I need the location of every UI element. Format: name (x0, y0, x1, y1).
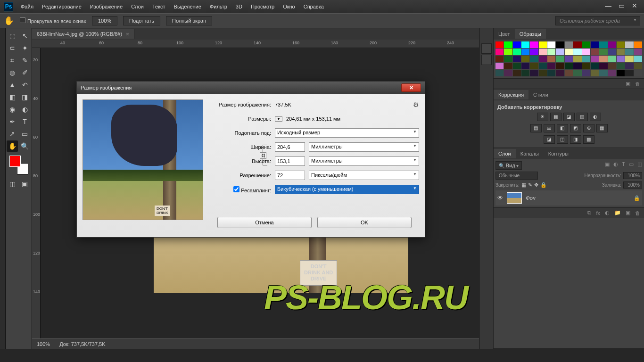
swatch[interactable] (547, 41, 555, 48)
dodge-tool[interactable]: ◐ (19, 104, 31, 115)
lock-brush-icon[interactable]: ✎ (528, 182, 532, 188)
arrow-tool[interactable]: ↖ (19, 30, 31, 41)
dialog-preview[interactable]: DON'TDRINK (83, 99, 203, 220)
swatch[interactable] (582, 63, 590, 69)
layer-name[interactable]: Фон (526, 195, 536, 201)
folder-icon[interactable]: 📁 (614, 210, 621, 216)
swatch[interactable] (530, 70, 538, 76)
fit-button[interactable]: Подогнать (123, 16, 160, 25)
gear-icon[interactable]: ⚙ (413, 101, 419, 108)
pen-tool[interactable]: ✒ (7, 116, 18, 127)
menu-3d[interactable]: 3D (232, 2, 246, 11)
swatch[interactable] (625, 70, 633, 76)
visibility-icon[interactable]: 👁 (497, 195, 503, 201)
swatch[interactable] (634, 49, 642, 55)
swatch[interactable] (521, 63, 529, 69)
swatch[interactable] (565, 70, 573, 76)
swatch[interactable] (625, 49, 633, 55)
color-swatch[interactable] (9, 156, 28, 174)
filter-img-icon[interactable]: ▣ (605, 161, 610, 170)
strip-icon[interactable] (481, 55, 492, 65)
swatch[interactable] (565, 56, 573, 62)
menu-layer[interactable]: Слои (127, 2, 148, 11)
swatch[interactable] (582, 49, 590, 55)
stamp-tool[interactable]: ▲ (7, 79, 18, 90)
swatch[interactable] (582, 41, 590, 48)
lock-all-icon[interactable]: 🔒 (540, 182, 547, 188)
width-input[interactable] (275, 142, 305, 152)
menu-edit[interactable]: Редактирование (38, 2, 85, 11)
hand-tool[interactable]: ✋ (7, 140, 18, 152)
swatch[interactable] (495, 70, 504, 76)
swatch[interactable] (495, 49, 504, 55)
menu-window[interactable]: Окно (279, 2, 299, 11)
swatch[interactable] (599, 49, 607, 55)
swatch[interactable] (504, 56, 512, 62)
link-icon[interactable]: ⧉ (587, 210, 591, 216)
eyedropper-tool[interactable]: ✎ (19, 55, 31, 66)
heal-tool[interactable]: ◍ (7, 67, 18, 78)
swatch[interactable] (608, 56, 616, 62)
swatch[interactable] (582, 70, 590, 76)
adj-icon[interactable]: ▦ (550, 113, 561, 121)
tab-channels[interactable]: Каналы (516, 149, 544, 158)
swatch[interactable] (573, 56, 581, 62)
height-input[interactable] (275, 156, 305, 166)
adj-icon[interactable]: ▤ (530, 124, 542, 132)
width-unit-dropdown[interactable]: Миллиметры (309, 142, 419, 152)
link-wh-icon[interactable]: ⛓ (260, 152, 266, 159)
blend-mode-dropdown[interactable]: Обычные (495, 172, 538, 180)
swatch[interactable] (539, 70, 547, 76)
swatch[interactable] (513, 63, 521, 69)
adj-icon[interactable]: ◫ (557, 135, 568, 144)
type-tool[interactable]: T (19, 116, 31, 127)
resolution-input[interactable] (275, 171, 305, 180)
swatch[interactable] (513, 49, 521, 55)
swatch[interactable] (599, 56, 607, 62)
screenmode-tool[interactable]: ▣ (19, 178, 31, 189)
swatch[interactable] (617, 63, 625, 69)
zoom-tool[interactable]: 🔍 (19, 140, 31, 152)
swatch[interactable] (495, 63, 504, 69)
swatch[interactable] (625, 41, 633, 48)
menu-file[interactable]: Файл (17, 2, 37, 11)
lock-pixels-icon[interactable]: ▦ (521, 182, 526, 188)
swatch[interactable] (617, 70, 625, 76)
swatch[interactable] (591, 49, 599, 55)
swatch[interactable] (634, 56, 642, 62)
swatch[interactable] (591, 56, 599, 62)
eraser-tool[interactable]: ◧ (7, 91, 18, 103)
swatch[interactable] (634, 63, 642, 69)
fit-dropdown[interactable]: Исходный размер (275, 128, 419, 138)
filter-type-icon[interactable]: T (622, 161, 625, 170)
opacity-value[interactable]: 100% (623, 172, 642, 179)
tab-layers[interactable]: Слои (494, 149, 516, 158)
swatch[interactable] (504, 70, 512, 76)
tab-swatches[interactable]: Образцы (515, 29, 546, 39)
swatch[interactable] (625, 63, 633, 69)
adj-icon[interactable]: ⊕ (583, 124, 594, 132)
swatch[interactable] (513, 56, 521, 62)
filter-smart-icon[interactable]: ◫ (637, 161, 642, 170)
swatch[interactable] (530, 63, 538, 69)
adj-icon[interactable]: ◪ (563, 113, 575, 121)
fullscreen-button[interactable]: Полный экран (166, 16, 212, 25)
fill-value[interactable]: 100% (623, 181, 642, 189)
lasso-tool[interactable]: ⊂ (7, 42, 18, 54)
swatch[interactable] (573, 63, 581, 69)
swatch[interactable] (625, 56, 633, 62)
menu-select[interactable]: Выделение (170, 2, 205, 11)
close-button[interactable]: ✕ (629, 3, 640, 10)
swatch[interactable] (608, 63, 616, 69)
swatch[interactable] (547, 49, 555, 55)
adj-icon[interactable]: ▨ (577, 113, 588, 121)
path-tool[interactable]: ↗ (7, 128, 18, 140)
trash-icon[interactable]: 🗑 (635, 210, 640, 216)
swatch[interactable] (556, 49, 564, 55)
trash-icon[interactable]: 🗑 (635, 81, 640, 87)
menu-help[interactable]: Справка (300, 2, 328, 11)
status-zoom[interactable]: 100% (37, 341, 50, 347)
swatch[interactable] (504, 49, 512, 55)
adj-icon[interactable]: ◧ (557, 124, 568, 132)
swatch[interactable] (521, 56, 529, 62)
